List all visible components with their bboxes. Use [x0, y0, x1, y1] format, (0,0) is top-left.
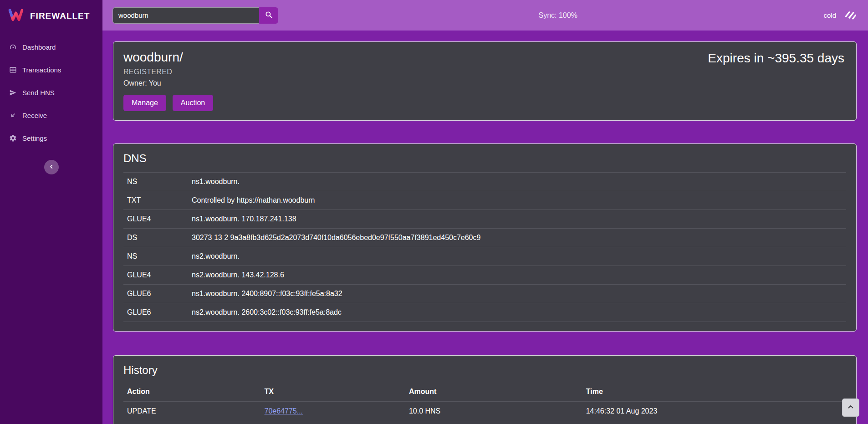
dns-record-row: NS ns1.woodburn.	[123, 173, 846, 191]
history-time: 14:46:32 01 Aug 2023	[582, 402, 846, 421]
domain-card: woodburn/ REGISTERED Owner: You Manage A…	[113, 41, 857, 121]
dns-record-row: NS ns2.woodburn.	[123, 247, 846, 266]
main-content: woodburn/ REGISTERED Owner: You Manage A…	[102, 31, 868, 424]
history-amount: 10.0 HNS	[405, 402, 582, 421]
domain-title: woodburn/	[123, 50, 213, 65]
history-table: ActionTXAmountTime UPDATE 70e64775... 10…	[123, 384, 846, 424]
tx-link[interactable]: 70e64775...	[265, 407, 303, 415]
wallet-mode-indicator: cold	[823, 6, 858, 25]
dns-record-value: 30273 13 2 9a3a8fb3d625d2a2073d740f10da6…	[188, 229, 846, 247]
dns-record-value: ns2.woodburn.	[188, 247, 846, 266]
table-row: UPDATE 70e64775... 10.0 HNS 14:46:32 01 …	[123, 402, 846, 421]
sync-status: Sync: 100%	[538, 11, 577, 20]
transactions-icon	[9, 66, 17, 74]
dns-record-row: GLUE4 ns2.woodburn. 143.42.128.6	[123, 266, 846, 285]
dns-record-type: NS	[123, 247, 188, 266]
sidebar-item-dashboard[interactable]: Dashboard	[0, 36, 102, 58]
topbar: Sync: 100% cold	[102, 0, 868, 31]
table-row: RENEW d73c5e3... 10.0 HNS 15:17:36 07 Fe…	[123, 421, 846, 424]
history-column-tx: TX	[261, 384, 405, 402]
history-column-amount: Amount	[405, 384, 582, 402]
scroll-to-top-button[interactable]	[842, 398, 859, 417]
search-bar	[112, 7, 278, 24]
dns-table: NS ns1.woodburn. TXT Controlled by https…	[123, 172, 846, 322]
history-header-row: ActionTXAmountTime	[123, 384, 846, 402]
history-column-time: Time	[582, 384, 846, 402]
history-time: 15:17:36 07 Feb 2023	[582, 421, 846, 424]
dns-record-type: GLUE6	[123, 285, 188, 303]
history-title: History	[123, 364, 846, 377]
search-input[interactable]	[112, 7, 259, 24]
send-icon	[9, 88, 17, 97]
dns-card: DNS NS ns1.woodburn. TXT Controlled by h…	[113, 143, 857, 332]
auction-button[interactable]: Auction	[173, 95, 213, 111]
receive-icon	[9, 111, 17, 119]
dns-record-type: GLUE4	[123, 266, 188, 285]
dns-record-row: GLUE6 ns2.woodburn. 2600:3c02::f03c:93ff…	[123, 303, 846, 322]
sidebar-nav: Dashboard Transactions Send HNS Receive …	[0, 36, 102, 149]
dns-record-value: ns1.woodburn. 2400:8907::f03c:93ff:fe5a:…	[188, 285, 846, 303]
search-button[interactable]	[259, 7, 278, 24]
dns-record-type: GLUE4	[123, 210, 188, 229]
dns-record-type: GLUE6	[123, 303, 188, 322]
domain-status: REGISTERED	[123, 68, 213, 76]
dns-title: DNS	[123, 152, 846, 165]
sidebar-item-receive[interactable]: Receive	[0, 104, 102, 127]
dns-record-value: ns1.woodburn.	[188, 173, 846, 191]
dns-record-row: DS 30273 13 2 9a3a8fb3d625d2a2073d740f10…	[123, 229, 846, 247]
handshake-icon	[842, 6, 858, 25]
dns-record-value: Controlled by https://nathan.woodburn	[188, 191, 846, 210]
history-action: UPDATE	[123, 402, 261, 421]
dns-record-type: TXT	[123, 191, 188, 210]
chevron-left-icon	[48, 163, 55, 172]
history-column-action: Action	[123, 384, 261, 402]
dashboard-icon	[9, 43, 17, 51]
dns-record-row: GLUE4 ns1.woodburn. 170.187.241.138	[123, 210, 846, 229]
app-title: FIREWALLET	[30, 11, 90, 21]
sidebar-item-transactions[interactable]: Transactions	[0, 58, 102, 81]
manage-button[interactable]: Manage	[123, 95, 166, 111]
dns-record-type: DS	[123, 229, 188, 247]
dns-record-type: NS	[123, 173, 188, 191]
history-action: RENEW	[123, 421, 261, 424]
dns-record-value: ns1.woodburn. 170.187.241.138	[188, 210, 846, 229]
app-logo[interactable]: FIREWALLET	[0, 0, 102, 32]
dns-record-row: GLUE6 ns1.woodburn. 2400:8907::f03c:93ff…	[123, 285, 846, 303]
firewallet-logo-icon	[7, 6, 25, 26]
history-amount: 10.0 HNS	[405, 421, 582, 424]
settings-icon	[9, 134, 17, 142]
sidebar-item-send-hns[interactable]: Send HNS	[0, 81, 102, 104]
sidebar: FIREWALLET Dashboard Transactions Send H…	[0, 0, 102, 424]
dns-record-row: TXT Controlled by https://nathan.woodbur…	[123, 191, 846, 210]
domain-expiry: Expires in ~395.35 days	[708, 51, 844, 66]
sidebar-collapse-button[interactable]	[44, 160, 59, 174]
dns-record-value: ns2.woodburn. 143.42.128.6	[188, 266, 846, 285]
wallet-mode-label: cold	[823, 11, 836, 19]
chevron-up-icon	[847, 403, 855, 413]
dns-record-value: ns2.woodburn. 2600:3c02::f03c:93ff:fe5a:…	[188, 303, 846, 322]
sidebar-item-settings[interactable]: Settings	[0, 127, 102, 149]
history-card: History ActionTXAmountTime UPDATE 70e647…	[113, 355, 857, 424]
domain-owner: Owner: You	[123, 79, 213, 87]
search-icon	[265, 10, 273, 20]
